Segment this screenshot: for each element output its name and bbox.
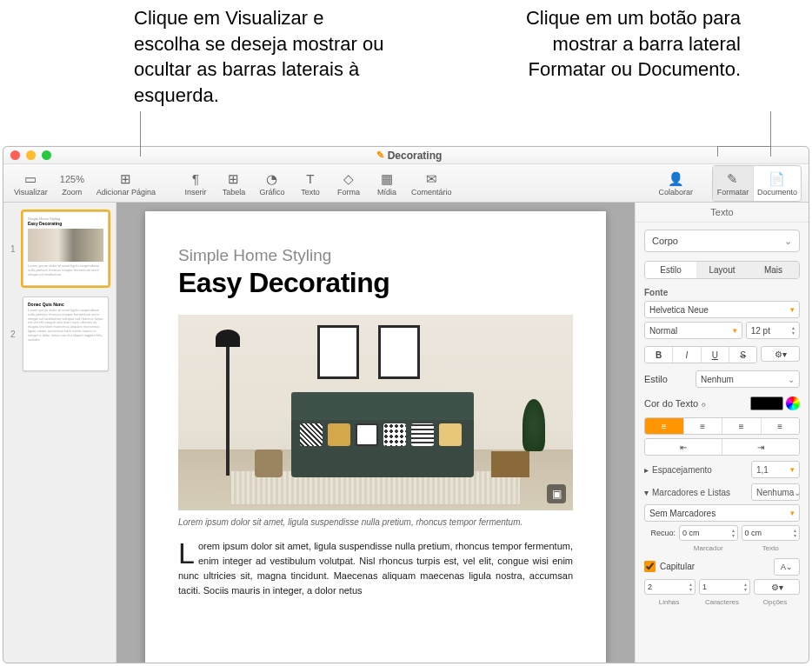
- body-text[interactable]: Lorem ipsum dolor sit amet, ligula suspe…: [178, 539, 573, 598]
- app-window: ✎ Decorating ▭Visualizar 125%Zoom ⊞Adici…: [3, 146, 809, 663]
- text-color-well[interactable]: [750, 396, 783, 410]
- document-page[interactable]: Simple Home Styling Easy Decorating ▣: [145, 211, 606, 663]
- tab-style[interactable]: Estilo: [645, 262, 696, 278]
- document-button[interactable]: 📄Documento: [753, 166, 801, 201]
- page-thumbnail-2[interactable]: Donec Quis Nunc Lorem ipsum dolor sit am…: [23, 296, 109, 371]
- bullets-preset-select[interactable]: Nenhuma⌄: [751, 483, 800, 501]
- thumb-number: 2: [10, 330, 17, 339]
- outdent-button[interactable]: ⇤: [645, 439, 722, 455]
- zoom-button[interactable]: 125%Zoom: [55, 166, 90, 201]
- dropcap-options-button[interactable]: ⚙▾: [754, 579, 800, 595]
- format-inspector: Texto Corpo⌄ Estilo Layout Mais Fonte He…: [635, 203, 809, 663]
- font-family-select[interactable]: Helvetica Neue▾: [644, 301, 800, 318]
- chevron-right-icon: ▸: [644, 465, 649, 475]
- document-canvas[interactable]: Simple Home Styling Easy Decorating ▣: [116, 203, 635, 663]
- advanced-font-button[interactable]: ⚙▾: [761, 346, 800, 362]
- document-icon: ✎: [376, 150, 384, 161]
- align-justify-button[interactable]: ≡: [761, 418, 800, 434]
- image-caption[interactable]: Lorem ipsum dolor sit amet, ligula suspe…: [178, 517, 573, 527]
- char-style-select[interactable]: Nenhum⌄: [696, 370, 800, 388]
- indent-button[interactable]: ⇥: [722, 439, 799, 455]
- hero-image[interactable]: ▣: [178, 315, 573, 510]
- toolbar: ▭Visualizar 125%Zoom ⊞Adicionar Página ¶…: [3, 164, 809, 203]
- page-headline[interactable]: Easy Decorating: [178, 267, 573, 299]
- font-size-field[interactable]: 12 pt▴▾: [746, 322, 800, 339]
- image-badge-icon[interactable]: ▣: [547, 484, 566, 503]
- gear-icon: ⚙: [775, 350, 782, 359]
- insert-button[interactable]: ¶Inserir: [178, 166, 213, 201]
- view-button[interactable]: ▭Visualizar: [10, 166, 51, 201]
- page-thumbnail-1[interactable]: Simple Home Styling Easy Decorating Lore…: [23, 211, 109, 286]
- thumb-number: 1: [10, 244, 17, 254]
- callout-left: Clique em Visualizar e escolha se deseja…: [134, 5, 395, 109]
- bullets-disclosure[interactable]: ▾ Marcadores e Listas Nenhuma⌄: [644, 483, 800, 501]
- inspector-title: Texto: [636, 203, 809, 223]
- comment-button[interactable]: ✉Comentário: [408, 166, 456, 201]
- color-wheel-icon[interactable]: [786, 396, 800, 410]
- table-button[interactable]: ⊞Tabela: [216, 166, 251, 201]
- minimize-icon[interactable]: [26, 150, 36, 160]
- spacing-disclosure[interactable]: ▸ Espacejamento 1,1▾: [644, 461, 800, 478]
- bullets-style-select[interactable]: Sem Marcadores▾: [644, 504, 800, 522]
- char-style-label: Estilo: [644, 374, 668, 384]
- indent-text-field[interactable]: 0 cm▴▾: [742, 525, 801, 541]
- chart-button[interactable]: ◔Gráfico: [255, 166, 290, 201]
- collaborate-button[interactable]: 👤Colaborar: [655, 166, 696, 201]
- shape-button[interactable]: ◇Forma: [331, 166, 366, 201]
- italic-button[interactable]: I: [672, 347, 700, 363]
- gear-icon: ⚙: [771, 583, 779, 592]
- text-button[interactable]: TTexto: [293, 166, 328, 201]
- strike-button[interactable]: S: [729, 347, 756, 363]
- close-icon[interactable]: [10, 150, 20, 160]
- format-button[interactable]: ✎Formatar: [713, 166, 753, 201]
- dropcap-lines-field[interactable]: 2▴▾: [644, 579, 696, 595]
- media-button[interactable]: ▦Mídia: [369, 166, 404, 201]
- font-section-label: Fonte: [644, 288, 800, 297]
- page-subtitle[interactable]: Simple Home Styling: [178, 246, 573, 265]
- font-weight-select[interactable]: Normal▾: [644, 322, 742, 339]
- text-color-label: Cor do Texto ⬦: [644, 398, 707, 409]
- callout-right: Clique em um botão para mostrar a barra …: [506, 5, 741, 83]
- window-title: ✎ Decorating: [51, 150, 767, 162]
- indent-marker-field[interactable]: 0 cm▴▾: [679, 525, 738, 541]
- add-page-button[interactable]: ⊞Adicionar Página: [93, 166, 159, 201]
- page-thumbnails-sidebar: 1 Simple Home Styling Easy Decorating Lo…: [3, 203, 116, 663]
- underline-button[interactable]: U: [701, 347, 729, 363]
- fullscreen-icon[interactable]: [42, 150, 51, 160]
- paragraph-style-select[interactable]: Corpo⌄: [644, 230, 800, 252]
- chevron-down-icon: ▾: [644, 488, 649, 497]
- brush-icon: ✎: [727, 170, 738, 188]
- chevron-down-icon: ⌄: [784, 236, 792, 247]
- inspector-tabs: Estilo Layout Mais: [644, 261, 800, 279]
- bold-button[interactable]: B: [645, 347, 672, 363]
- dropcap: L: [178, 539, 198, 565]
- align-left-button[interactable]: ≡: [645, 418, 683, 434]
- dropcap-checkbox[interactable]: Capitular: [644, 561, 695, 572]
- tab-layout[interactable]: Layout: [696, 262, 748, 278]
- document-icon: 📄: [769, 170, 785, 188]
- spacing-field[interactable]: 1,1▾: [751, 461, 800, 478]
- indent-label: Recuo:: [644, 529, 676, 537]
- dropcap-chars-field[interactable]: 1▴▾: [699, 579, 750, 595]
- titlebar: ✎ Decorating: [3, 147, 809, 164]
- align-right-button[interactable]: ≡: [722, 418, 761, 434]
- tab-more[interactable]: Mais: [748, 262, 799, 278]
- dropcap-style-select[interactable]: A ⌄: [774, 558, 800, 576]
- align-center-button[interactable]: ≡: [683, 418, 722, 434]
